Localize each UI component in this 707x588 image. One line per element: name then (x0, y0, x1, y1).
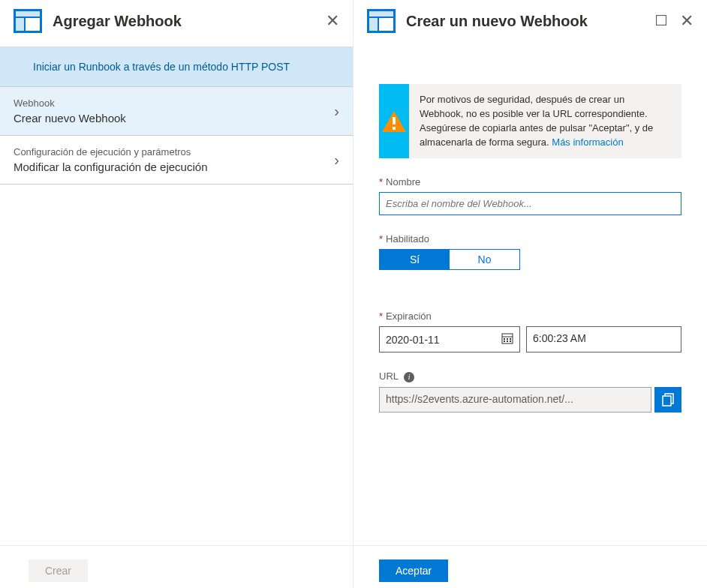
svg-rect-8 (657, 15, 666, 25)
panel-title-right: Crear un nuevo Webhook (406, 13, 656, 30)
expiration-label: Expiración (386, 310, 432, 322)
panel-header-right: Crear un nuevo Webhook ✕ (354, 0, 707, 46)
warning-icon (379, 84, 409, 158)
svg-rect-21 (663, 396, 671, 406)
svg-rect-5 (369, 11, 393, 16)
url-value: https://s2events.azure-automation.net/..… (379, 387, 651, 412)
enabled-no[interactable]: No (450, 250, 519, 269)
list-item-value: Modificar la configuración de ejecución (14, 160, 334, 173)
name-input[interactable] (379, 192, 681, 215)
accept-button[interactable]: Aceptar (379, 560, 448, 582)
url-label: URL (379, 370, 399, 382)
svg-rect-6 (369, 18, 378, 31)
close-button-left[interactable]: ✕ (326, 13, 339, 29)
name-label: Nombre (386, 176, 420, 188)
close-button-right[interactable]: ✕ (680, 13, 693, 29)
svg-rect-16 (510, 338, 511, 340)
create-webhook-panel: Crear un nuevo Webhook ✕ Por motivos de … (354, 0, 707, 588)
calendar-icon (501, 332, 513, 346)
svg-rect-14 (504, 338, 505, 340)
chevron-right-icon: › (334, 103, 339, 120)
svg-rect-17 (504, 340, 505, 342)
enabled-field: *Habilitado Sí No (379, 233, 681, 270)
panel-footer-left: Crear (0, 545, 353, 588)
svg-rect-2 (16, 18, 24, 31)
enabled-toggle: Sí No (379, 249, 520, 270)
panel-footer-right: Aceptar (354, 545, 707, 588)
svg-rect-7 (379, 18, 393, 31)
enabled-yes[interactable]: Sí (380, 250, 450, 269)
svg-rect-15 (507, 338, 508, 340)
enabled-label: Habilitado (386, 233, 429, 244)
name-field: *Nombre (379, 176, 681, 215)
list-item-webhook[interactable]: Webhook Crear nuevo Webhook › (0, 86, 353, 136)
expiration-time-input[interactable]: 6:00:23 AM (526, 326, 681, 352)
list-item-label: Webhook (14, 98, 334, 109)
create-button[interactable]: Crear (29, 560, 88, 582)
subtitle-bar: Iniciar un Runbook a través de un método… (0, 46, 353, 86)
info-icon[interactable]: i (404, 372, 414, 382)
svg-rect-10 (393, 117, 396, 124)
expiration-date-value: 2020-01-11 (386, 334, 440, 346)
expiration-date-input[interactable]: 2020-01-11 (379, 326, 520, 352)
url-field: URL i https://s2events.azure-automation.… (379, 370, 681, 412)
add-webhook-panel: Agregar Webhook ✕ Iniciar un Runbook a t… (0, 0, 354, 588)
svg-rect-1 (16, 11, 40, 16)
more-info-link[interactable]: Más información (552, 136, 623, 148)
restore-button[interactable] (656, 14, 666, 29)
expiration-field: *Expiración 2020-01-11 6:00:23 AM (379, 310, 681, 352)
security-info-box: Por motivos de seguridad, después de cre… (379, 84, 681, 158)
svg-rect-3 (26, 18, 40, 31)
list-item-label: Configuración de ejecución y parámetros (14, 146, 334, 158)
svg-rect-18 (507, 340, 508, 342)
list-item-value: Crear nuevo Webhook (14, 112, 334, 124)
info-text: Por motivos de seguridad, después de cre… (409, 84, 681, 158)
panel-title-left: Agregar Webhook (53, 13, 326, 30)
panel-icon (14, 9, 42, 33)
list-item-run-config[interactable]: Configuración de ejecución y parámetros … (0, 136, 353, 184)
panel-header-left: Agregar Webhook ✕ (0, 0, 353, 46)
copy-button[interactable] (654, 387, 681, 412)
chevron-right-icon: › (334, 152, 339, 169)
svg-rect-11 (393, 127, 396, 130)
panel-icon (367, 9, 396, 33)
svg-rect-19 (510, 340, 511, 342)
